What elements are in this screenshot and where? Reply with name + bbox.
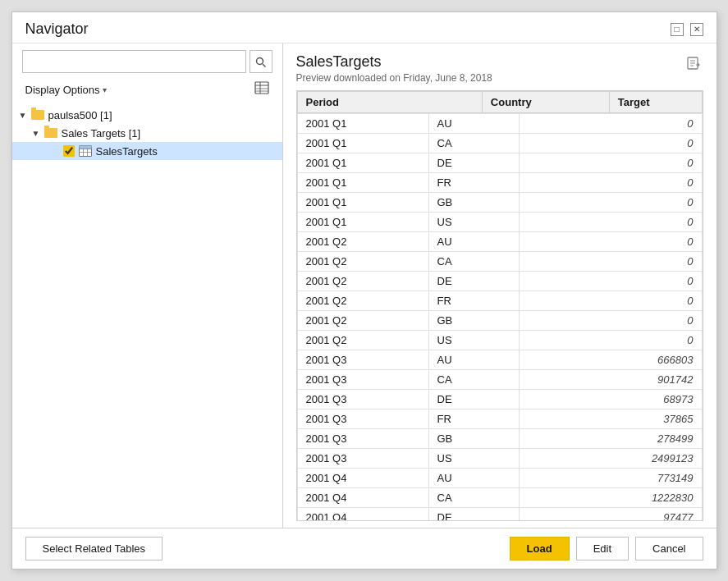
table-row: 2001 Q3US2499123	[297, 449, 702, 469]
window-controls: □ ✕	[671, 23, 703, 36]
search-input[interactable]	[22, 50, 246, 73]
search-row	[12, 50, 282, 78]
cell-r6-c0: 2001 Q2	[297, 232, 428, 252]
cell-r1-c1: CA	[428, 134, 519, 153]
cell-r14-c0: 2001 Q3	[297, 390, 428, 409]
cell-r3-c1: FR	[428, 173, 519, 193]
table-row: 2001 Q1CA0	[297, 134, 702, 153]
display-options-button[interactable]: Display Options ▾	[22, 82, 110, 98]
table-header: PeriodCountryTarget	[297, 92, 702, 113]
cell-r1-c0: 2001 Q1	[297, 134, 428, 153]
col-header-country: Country	[482, 92, 609, 113]
preview-title: SalesTargets	[296, 53, 492, 71]
display-options-arrow-icon: ▾	[103, 85, 107, 94]
display-options-row: Display Options ▾	[12, 78, 282, 106]
cell-r0-c0: 2001 Q1	[297, 114, 428, 134]
main-content: Display Options ▾ ▼paulsa500 [1]▼Sales T…	[12, 43, 717, 528]
cell-r14-c2: 68973	[519, 390, 702, 409]
table-row: 2001 Q3DE68973	[297, 390, 702, 409]
cell-r5-c0: 2001 Q1	[297, 213, 428, 232]
preview-export-button[interactable]	[684, 53, 703, 77]
tree-checkbox-sales_targets_table[interactable]	[63, 145, 75, 157]
close-button[interactable]: ✕	[690, 23, 703, 36]
folder-icon	[43, 126, 58, 140]
cell-r3-c2: 0	[519, 173, 702, 193]
table-row: 2001 Q1FR0	[297, 173, 702, 193]
table-container: PeriodCountryTarget 2001 Q1AU02001 Q1CA0…	[296, 90, 703, 521]
table-row: 2001 Q4CA1222830	[297, 488, 702, 508]
table-row: 2001 Q4AU773149	[297, 469, 702, 488]
edit-button[interactable]: Edit	[576, 537, 629, 560]
col-header-period: Period	[297, 92, 482, 113]
cell-r9-c2: 0	[519, 291, 702, 311]
table-row: 2001 Q2AU0	[297, 232, 702, 252]
tree-area: ▼paulsa500 [1]▼Sales Targets [1] SalesTa…	[12, 106, 282, 528]
table-icon	[78, 144, 93, 158]
table-view-button[interactable]	[251, 80, 272, 99]
cell-r19-c2: 1222830	[519, 488, 702, 508]
table-row: 2001 Q2DE0	[297, 272, 702, 291]
cell-r5-c2: 0	[519, 213, 702, 232]
table-row: 2001 Q2FR0	[297, 291, 702, 311]
cell-r10-c2: 0	[519, 311, 702, 331]
load-button[interactable]: Load	[510, 537, 570, 560]
cell-r12-c2: 666803	[519, 350, 702, 370]
preview-info: SalesTargets Preview downloaded on Frida…	[296, 53, 492, 84]
preview-subtitle: Preview downloaded on Friday, June 8, 20…	[296, 72, 492, 84]
minimize-button[interactable]: □	[671, 23, 684, 36]
db-icon	[30, 108, 45, 121]
cell-r18-c0: 2001 Q4	[297, 469, 428, 488]
cell-r11-c1: US	[428, 331, 519, 350]
cell-r16-c2: 278499	[519, 429, 702, 449]
svg-point-0	[257, 57, 263, 64]
tree-arrow-icon: ▼	[32, 129, 42, 138]
cell-r20-c1: DE	[428, 508, 519, 521]
search-button[interactable]	[250, 50, 272, 73]
title-bar: Navigator □ ✕	[12, 12, 717, 43]
tree-arrow-icon: ▼	[19, 111, 29, 120]
data-table-body: 2001 Q1AU02001 Q1CA02001 Q1DE02001 Q1FR0…	[297, 113, 703, 520]
table-row: 2001 Q1GB0	[297, 193, 702, 213]
cell-r4-c1: GB	[428, 193, 519, 213]
table-row: 2001 Q2US0	[297, 331, 702, 350]
svg-line-1	[263, 64, 266, 67]
cell-r0-c2: 0	[519, 114, 702, 134]
cell-r2-c0: 2001 Q1	[297, 153, 428, 173]
cell-r6-c2: 0	[519, 232, 702, 252]
tree-node-sales_targets_table[interactable]: SalesTargets	[12, 142, 282, 160]
table-row: 2001 Q4DE97477	[297, 508, 702, 521]
cell-r16-c1: GB	[428, 429, 519, 449]
cell-r13-c2: 901742	[519, 370, 702, 390]
cell-r9-c1: FR	[428, 291, 519, 311]
cell-r5-c1: US	[428, 213, 519, 232]
table-scroll[interactable]: 2001 Q1AU02001 Q1CA02001 Q1DE02001 Q1FR0…	[297, 113, 703, 520]
cell-r17-c2: 2499123	[519, 449, 702, 469]
cell-r20-c2: 97477	[519, 508, 702, 521]
cell-r1-c2: 0	[519, 134, 702, 153]
tree-node-sales_targets[interactable]: ▼Sales Targets [1]	[12, 124, 282, 142]
cell-r12-c1: AU	[428, 350, 519, 370]
cell-r18-c1: AU	[428, 469, 519, 488]
cell-r10-c1: GB	[428, 311, 519, 331]
cell-r2-c1: DE	[428, 153, 519, 173]
search-icon	[255, 57, 266, 67]
cell-r18-c2: 773149	[519, 469, 702, 488]
table-row: 2001 Q1AU0	[297, 114, 702, 134]
cell-r16-c0: 2001 Q3	[297, 429, 428, 449]
cell-r17-c0: 2001 Q3	[297, 449, 428, 469]
tree-label-sales_targets_table: SalesTargets	[96, 145, 158, 158]
table-row: 2001 Q2GB0	[297, 311, 702, 331]
cell-r19-c1: CA	[428, 488, 519, 508]
cell-r7-c1: CA	[428, 252, 519, 272]
cell-r7-c0: 2001 Q2	[297, 252, 428, 272]
export-icon	[685, 55, 702, 71]
cell-r4-c0: 2001 Q1	[297, 193, 428, 213]
cell-r13-c0: 2001 Q3	[297, 370, 428, 390]
tree-node-paulsa500[interactable]: ▼paulsa500 [1]	[12, 106, 282, 124]
table-row: 2001 Q2CA0	[297, 252, 702, 272]
cell-r8-c1: DE	[428, 272, 519, 291]
col-header-target: Target	[609, 92, 702, 113]
svg-rect-2	[255, 82, 268, 94]
select-related-button[interactable]: Select Related Tables	[25, 537, 163, 560]
cancel-button[interactable]: Cancel	[635, 537, 703, 560]
